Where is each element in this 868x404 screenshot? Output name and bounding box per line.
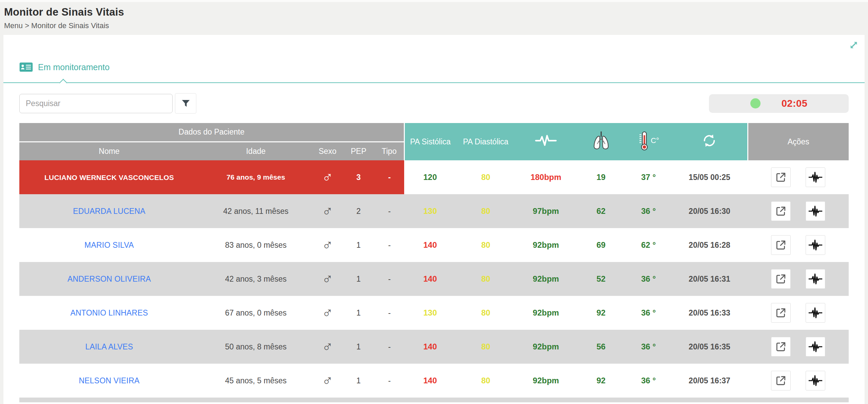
pa-sistolica-value: 130: [423, 308, 437, 317]
patient-pep: 1: [342, 262, 375, 296]
temperature-value: 36 °: [641, 274, 656, 283]
col-header-tipo: Tipo: [375, 142, 404, 160]
waveform-button[interactable]: [806, 235, 825, 255]
waveform-button[interactable]: [806, 371, 825, 390]
temperature-value: 36 °: [641, 376, 656, 385]
patient-name-link[interactable]: LUCIANO WERNECK VASCONCELOS: [44, 174, 174, 181]
funnel-icon: [181, 98, 191, 108]
last-update-time: 20/05 16:31: [671, 262, 748, 296]
temperature-value: 36 °: [641, 342, 656, 351]
last-update-time: 20/05 16:30: [671, 194, 748, 228]
patient-name-link[interactable]: LAILA ALVES: [85, 342, 133, 351]
col-header-idade: Idade: [199, 142, 313, 160]
waveform-icon: [808, 375, 823, 387]
open-patient-button[interactable]: [771, 201, 791, 221]
patient-row: ANTONIO LINHARES 67 anos, 0 mêses ♂ 1 - …: [19, 296, 849, 330]
pa-sistolica-value: 130: [423, 206, 437, 216]
open-patient-button[interactable]: [771, 167, 791, 187]
heart-rate-value: 92bpm: [533, 342, 559, 351]
search-input[interactable]: [19, 94, 173, 113]
waveform-button[interactable]: [806, 269, 825, 289]
patient-name-link[interactable]: ANDERSON OLIVEIRA: [67, 275, 151, 283]
patient-name-link[interactable]: MARIO SILVA: [84, 241, 134, 249]
patient-age: 50 anos, 8 mêses: [199, 330, 313, 364]
patient-name-link[interactable]: ANTONIO LINHARES: [71, 308, 148, 317]
patient-age: 67 anos, 0 mêses: [199, 296, 313, 330]
open-patient-button[interactable]: [771, 235, 791, 255]
tabbar: Em monitoramento: [3, 35, 865, 83]
male-icon: ♂: [322, 270, 333, 287]
heart-rate-value: 92bpm: [533, 274, 559, 283]
patient-age: 45 anos, 5 mêses: [199, 364, 313, 398]
patient-row: LAILA ALVES 50 anos, 8 mêses ♂ 1 - 140 8…: [19, 330, 849, 364]
patient-age: 42 anos, 3 mêses: [199, 262, 313, 296]
waveform-icon: [808, 307, 823, 319]
last-update-time: 20/05 16:28: [671, 228, 748, 262]
male-icon: ♂: [322, 304, 333, 321]
open-patient-button[interactable]: [771, 371, 791, 390]
pa-sistolica-value: 140: [423, 240, 437, 249]
patient-row: MARIO SILVA 83 anos, 0 mêses ♂ 1 - 140 8…: [19, 228, 849, 262]
male-icon: ♂: [322, 372, 333, 389]
pa-sistolica-value: 140: [423, 342, 437, 351]
filter-button[interactable]: [175, 93, 196, 114]
patient-row: LUCIANO WERNECK VASCONCELOS 76 anos, 9 m…: [19, 160, 849, 194]
temperature-value: 37 °: [641, 173, 656, 182]
search-group: [19, 93, 196, 114]
patient-pep: 1: [342, 364, 375, 398]
respiration-value: 56: [596, 342, 606, 351]
pa-sistolica-value: 120: [423, 173, 437, 182]
tab-em-monitoramento[interactable]: Em monitoramento: [19, 62, 110, 82]
status-dot: [750, 98, 761, 108]
heart-rate-value: 92bpm: [533, 308, 559, 317]
waveform-icon: [808, 341, 823, 353]
waveform-button[interactable]: [806, 167, 825, 187]
patient-tipo: -: [375, 160, 404, 194]
waveform-button[interactable]: [806, 303, 825, 323]
patient-tipo: -: [375, 330, 404, 364]
pa-sistolica-value: 140: [423, 274, 437, 283]
male-icon: ♂: [322, 203, 333, 219]
open-patient-button[interactable]: [771, 269, 791, 289]
open-patient-button[interactable]: [771, 303, 791, 323]
male-icon: ♂: [322, 338, 333, 355]
pa-diastolica-value: 80: [481, 274, 490, 283]
respiration-value: 19: [596, 173, 606, 182]
heart-rate-value: 92bpm: [533, 240, 559, 249]
respiration-value: 62: [596, 206, 606, 216]
patient-pep: 1: [342, 228, 375, 262]
pa-diastolica-value: 80: [481, 206, 490, 216]
external-link-icon: [775, 341, 787, 352]
open-patient-button[interactable]: [771, 337, 791, 357]
patient-tipo: -: [375, 262, 404, 296]
monitor-card: Em monitoramento 02:05 Dados do Paciente: [3, 35, 865, 404]
patient-name-link[interactable]: NELSON VIEIRA: [79, 376, 140, 385]
male-icon: ♂: [322, 169, 333, 185]
patient-age: 42 anos, 11 mêses: [199, 194, 313, 228]
refresh-icon: [702, 133, 717, 148]
patient-name-link[interactable]: EDUARDA LUCENA: [73, 207, 145, 216]
external-link-icon: [775, 273, 787, 285]
last-update-time: 20/05 16:37: [671, 364, 748, 398]
next-row-strip: [19, 398, 849, 402]
timer-value: 02:05: [782, 98, 808, 109]
waveform-button[interactable]: [806, 337, 825, 357]
heart-rate-value: 92bpm: [533, 376, 559, 385]
page-header: Monitor de Sinais Vitais Menu > Monitor …: [0, 2, 868, 30]
waveform-icon: [808, 205, 823, 217]
respiration-value: 92: [596, 376, 606, 385]
patient-pep: 1: [342, 330, 375, 364]
male-icon: ♂: [322, 237, 333, 253]
last-update-time: 20/05 16:33: [671, 296, 748, 330]
breadcrumb: Menu > Monitor de Sinais Vitais: [4, 21, 868, 30]
pa-diastolica-value: 80: [481, 342, 490, 351]
waveform-button[interactable]: [806, 201, 825, 221]
thermometer-icon: [638, 131, 650, 150]
temperature-value: 36 °: [641, 206, 656, 216]
last-update-time: 15/05 00:25: [671, 160, 748, 194]
waveform-icon: [808, 273, 823, 285]
toolbar: 02:05: [19, 93, 849, 114]
lungs-icon: [591, 131, 612, 150]
col-header-temperature: C°: [626, 123, 671, 160]
heart-rate-value: 97bpm: [533, 206, 559, 216]
